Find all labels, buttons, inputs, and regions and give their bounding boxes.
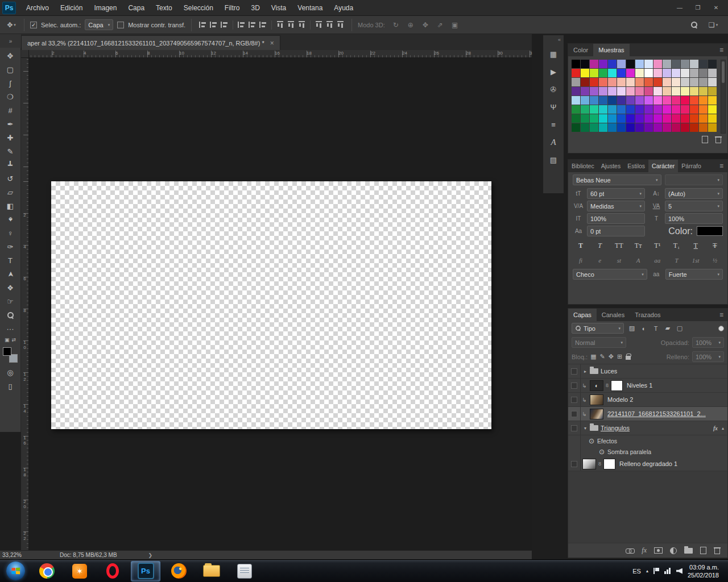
- color-swatch[interactable]: [699, 105, 708, 114]
- distribute-right-edges-icon[interactable]: [337, 21, 344, 28]
- color-swatch[interactable]: [672, 114, 680, 123]
- color-swatch[interactable]: [699, 96, 708, 105]
- lock-all-icon[interactable]: [626, 356, 631, 360]
- strikethrough-button[interactable]: T: [709, 240, 721, 251]
- color-swatch[interactable]: [572, 123, 580, 132]
- layers-tab-trazados[interactable]: Trazados: [630, 309, 665, 321]
- colors-tab-muestras[interactable]: Muestras: [593, 44, 629, 56]
- expand-arrow-icon[interactable]: ▸: [581, 369, 590, 374]
- link-layers-icon[interactable]: [626, 548, 634, 553]
- lock-image-pixels-icon[interactable]: ✎: [600, 353, 605, 360]
- hand-tool[interactable]: ☞: [1, 294, 19, 308]
- distribute-vertical-centers-icon[interactable]: [288, 21, 294, 28]
- 3d-drag-icon[interactable]: ✥: [419, 19, 432, 31]
- align-left-edges-icon[interactable]: [238, 22, 245, 28]
- chrome-icon[interactable]: [32, 561, 61, 581]
- color-swatch[interactable]: [699, 87, 708, 95]
- lock-position-icon[interactable]: ✥: [609, 353, 614, 360]
- color-swatch[interactable]: [708, 60, 717, 68]
- color-swatch[interactable]: [681, 69, 689, 77]
- color-swatch[interactable]: [599, 123, 607, 132]
- network-icon[interactable]: [664, 568, 671, 574]
- layer-thumbnail[interactable]: [590, 409, 603, 419]
- color-swatch[interactable]: [681, 96, 689, 105]
- color-swatch[interactable]: [608, 60, 617, 68]
- ornaments-button[interactable]: T: [671, 255, 682, 265]
- color-swatch[interactable]: [653, 60, 662, 68]
- clone-stamp-tool[interactable]: ┻: [1, 158, 19, 172]
- colors-panel-menu-icon[interactable]: ≡: [715, 44, 727, 56]
- align-right-edges-icon[interactable]: [259, 22, 267, 28]
- ordinals-button[interactable]: 1st: [690, 255, 701, 265]
- zoom-tool[interactable]: [1, 308, 19, 322]
- tracking-dropdown[interactable]: 5▾: [665, 201, 723, 211]
- char-tab-estilos[interactable]: Estilos: [624, 160, 648, 172]
- color-swatch[interactable]: [690, 60, 698, 68]
- color-swatch[interactable]: [599, 105, 607, 114]
- color-swatch[interactable]: [644, 105, 653, 114]
- 3d-roll-icon[interactable]: ⊕: [404, 19, 417, 31]
- color-swatch[interactable]: [672, 87, 680, 95]
- new-group-icon[interactable]: [684, 548, 693, 554]
- layer-mask-thumbnail[interactable]: [611, 380, 623, 391]
- color-swatch[interactable]: [617, 69, 626, 77]
- color-swatch[interactable]: [581, 78, 589, 86]
- color-swatch[interactable]: [708, 105, 717, 114]
- fill-dropdown[interactable]: 100%▾: [692, 351, 724, 362]
- color-swatch[interactable]: [590, 69, 598, 77]
- delete-swatch-button[interactable]: [715, 136, 722, 143]
- color-swatch[interactable]: [663, 87, 671, 95]
- brush-tool[interactable]: ✎: [1, 144, 19, 158]
- color-swatch[interactable]: [653, 78, 662, 86]
- layer-row-sombra-paralela[interactable]: ⊙Sombra paralela: [568, 446, 727, 457]
- clock[interactable]: 03:09 a.m. 25/02/2018: [688, 563, 719, 579]
- close-button[interactable]: ✕: [709, 3, 723, 13]
- color-swatch[interactable]: [635, 78, 644, 86]
- baseline-shift-field[interactable]: 0 pt: [587, 226, 645, 236]
- color-swatch[interactable]: [635, 87, 644, 95]
- journal-icon[interactable]: [230, 561, 259, 581]
- color-swatch[interactable]: [617, 78, 626, 86]
- antialias-dropdown[interactable]: Fuerte▾: [665, 269, 723, 280]
- color-swatch[interactable]: [608, 87, 617, 95]
- color-swatch[interactable]: [590, 96, 598, 105]
- layer-visibility-toggle[interactable]: [568, 446, 581, 457]
- distribute-left-edges-icon[interactable]: [316, 21, 322, 28]
- color-swatch[interactable]: [699, 60, 708, 68]
- history-brush-tool[interactable]: ↺: [1, 172, 19, 185]
- lock-transparent-pixels-icon[interactable]: ▦: [590, 353, 596, 360]
- color-swatch[interactable]: [663, 114, 671, 123]
- color-swatch[interactable]: [581, 87, 589, 95]
- color-swatch[interactable]: [644, 87, 653, 95]
- distribute-bottom-edges-icon[interactable]: [299, 21, 305, 28]
- color-swatch[interactable]: [672, 105, 680, 114]
- color-swatch[interactable]: [581, 123, 589, 132]
- firefox-icon[interactable]: [164, 561, 193, 581]
- color-swatch[interactable]: [599, 114, 607, 123]
- distribute-horizontal-centers-icon[interactable]: [326, 21, 333, 28]
- menu-ventana[interactable]: Ventana: [292, 0, 328, 16]
- color-swatch[interactable]: [690, 78, 698, 86]
- color-swatch[interactable]: [572, 60, 580, 68]
- discretionary-ligatures-button[interactable]: st: [613, 255, 624, 265]
- color-swatch[interactable]: [617, 60, 626, 68]
- filter-smart-objects-icon[interactable]: ▢: [675, 324, 685, 333]
- expand-panels-icon[interactable]: «: [558, 37, 561, 43]
- color-swatch[interactable]: [690, 105, 698, 114]
- volume-icon[interactable]: [676, 568, 682, 574]
- color-swatch[interactable]: [708, 96, 717, 105]
- layer-visibility-toggle[interactable]: [568, 407, 581, 421]
- color-swatch[interactable]: [653, 69, 662, 77]
- color-swatch[interactable]: [663, 60, 671, 68]
- type-tool[interactable]: T: [1, 253, 19, 267]
- new-adjustment-layer-icon[interactable]: [670, 547, 677, 554]
- color-swatch[interactable]: [690, 87, 698, 95]
- color-swatch[interactable]: [708, 78, 717, 86]
- standard-ligatures-button[interactable]: fi: [575, 255, 586, 265]
- layer-style-icon[interactable]: fx: [642, 546, 647, 555]
- color-swatch[interactable]: [653, 114, 662, 123]
- crop-tool[interactable]: #: [1, 103, 19, 117]
- color-swatch[interactable]: [626, 87, 635, 95]
- align-vertical-centers-icon[interactable]: [210, 22, 217, 28]
- layer-visibility-toggle[interactable]: [568, 364, 581, 378]
